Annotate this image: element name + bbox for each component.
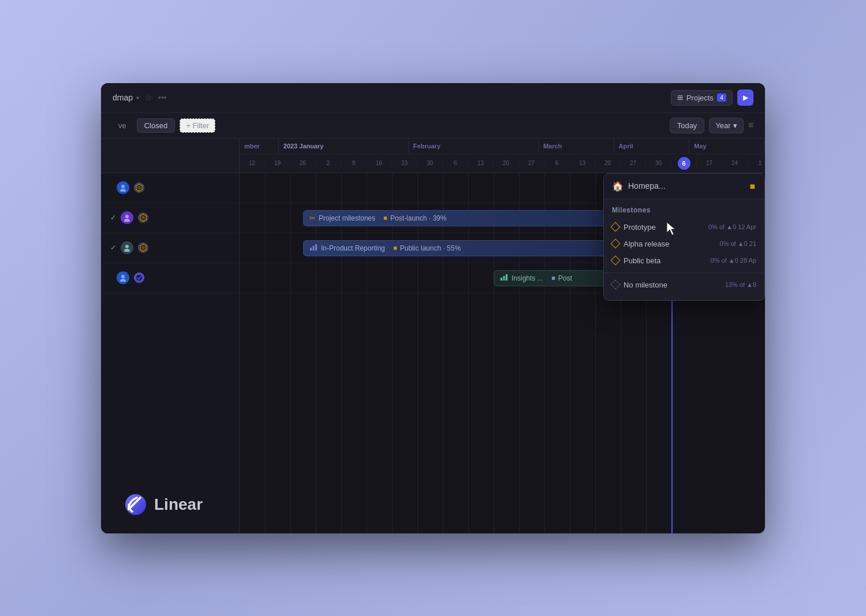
svg-point-5	[124, 219, 130, 222]
divider	[604, 272, 764, 273]
left-sidebar: ✓	[101, 173, 240, 533]
status-icon-1	[134, 182, 144, 193]
month-label-mar: March	[539, 139, 614, 154]
linear-logo-icon	[124, 493, 147, 516]
list-view-icon[interactable]: ≡	[748, 120, 753, 130]
month-label-may: May	[689, 139, 765, 154]
months-row: mber 2023 January February March April M…	[240, 139, 765, 155]
week-17: 17	[697, 160, 722, 166]
svg-rect-20	[506, 274, 507, 281]
check-icon-3: ✓	[110, 244, 116, 252]
week-20-mar: 20	[595, 160, 621, 166]
milestone-item-beta[interactable]: Public beta 0% of ▲0 28 Ap	[604, 252, 764, 269]
svg-rect-16	[313, 246, 315, 251]
svg-marker-3	[137, 186, 141, 190]
today-marker: 6	[678, 157, 690, 170]
year-button[interactable]: Year ▾	[709, 118, 743, 133]
months-weeks: mber 2023 January February March April M…	[240, 139, 765, 173]
header-title: dmap ▾	[113, 93, 139, 102]
user-avatar: ▶	[737, 89, 753, 106]
week-27-mar: 27	[621, 160, 646, 166]
diamond-small: ◆	[382, 214, 389, 222]
year-label: Year	[715, 121, 730, 130]
grid-icon: ⊞	[677, 94, 683, 102]
filter-button[interactable]: + Filter	[180, 118, 215, 133]
avatar-2	[121, 211, 133, 224]
hexagon-icon	[135, 183, 143, 192]
week-6-mar: 6	[544, 160, 570, 166]
week-2: 2	[316, 160, 341, 166]
svg-point-1	[120, 189, 126, 192]
week-12: 12	[240, 160, 265, 166]
insights-label: Insights ...	[512, 274, 543, 282]
header: dmap ▾ ☆ ••• ⊞ Projects 4 ▶	[101, 83, 765, 113]
milestone-diamond-1	[611, 222, 621, 232]
milestone-meta: ◆ Post-launch · 39%	[383, 214, 446, 222]
svg-rect-19	[503, 276, 505, 281]
svg-point-12	[121, 275, 125, 278]
svg-rect-17	[315, 244, 317, 251]
sidebar-row-4-content	[101, 263, 240, 293]
chevron-down-icon: ▾	[733, 121, 737, 130]
milestone-text: Post-launch · 39%	[390, 214, 446, 222]
month-label-jan: 2023 January	[279, 139, 409, 154]
week-27: 27	[519, 160, 544, 166]
svg-marker-11	[141, 246, 145, 250]
sidebar-row-3: ✓	[101, 233, 239, 263]
milestone-popup: 🏠 Homepa... ◆ Milestones Prototype 0% of…	[603, 173, 765, 301]
svg-marker-7	[141, 216, 145, 220]
spacer2	[110, 274, 112, 281]
person-icon	[119, 184, 127, 192]
spacer	[110, 184, 112, 191]
person-icon	[123, 214, 131, 222]
reporting-meta: ◆ Public launch · 55%	[393, 244, 461, 252]
header-actions: ⊞ Projects 4 ▶	[671, 89, 753, 106]
insights-chart-icon	[500, 273, 508, 283]
filter-label: + Filter	[186, 121, 209, 130]
popup-body: Milestones Prototype 0% of ▲0 12 Apr Alp…	[604, 199, 764, 300]
week-9: 9	[341, 160, 367, 166]
reporting-label: In-Product Reporting	[321, 244, 385, 252]
timeline-area: mber 2023 January February March April M…	[101, 139, 765, 533]
sidebar-row-2-content: ✓	[101, 203, 240, 233]
milestone-item-prototype[interactable]: Prototype 0% of ▲0 12 Apr	[604, 219, 764, 236]
milestone-item-none[interactable]: No milestone 13% of ▲8	[604, 277, 764, 293]
linear-logo: Linear	[124, 493, 203, 516]
milestone-meta-1: 0% of ▲0 12 Apr	[708, 223, 756, 230]
tab-active[interactable]: ve	[113, 119, 132, 132]
scissors-icon: ✂	[309, 214, 315, 222]
week-20: 20	[494, 160, 519, 166]
month-label-apr: April	[614, 139, 690, 154]
sidebar-row-2: ✓	[101, 203, 239, 233]
diamond-small-2: ◆	[391, 244, 399, 252]
status-icon-3	[138, 242, 148, 253]
sidebar-row-3-content: ✓	[101, 233, 240, 263]
svg-point-13	[120, 279, 126, 282]
chart-icon	[309, 243, 318, 253]
week-30: 30	[417, 160, 443, 166]
diamond-small-3: ◆	[550, 274, 557, 282]
milestone-item-alpha[interactable]: Alpha release 0% of ▲0 21	[604, 236, 764, 252]
more-options-icon[interactable]: •••	[158, 93, 167, 102]
person-icon	[119, 274, 127, 282]
milestone-name-4: No milestone	[624, 281, 721, 289]
status-icon-4	[134, 272, 144, 283]
svg-point-0	[121, 185, 125, 188]
rows-area: ✓	[101, 173, 765, 533]
projects-button[interactable]: ⊞ Projects 4	[671, 90, 733, 106]
app-window: dmap ▾ ☆ ••• ⊞ Projects 4 ▶ ve Closed + …	[101, 83, 765, 533]
star-icon[interactable]: ☆	[145, 93, 152, 102]
sidebar-row-1-content	[101, 173, 240, 203]
avatar-4	[117, 271, 129, 284]
milestone-meta-4: 13% of ▲8	[725, 281, 756, 288]
today-button[interactable]: Today	[670, 118, 705, 133]
milestone-diamond-2	[611, 239, 621, 249]
week-24: 24	[722, 160, 748, 166]
popup-title: Homepa...	[628, 181, 745, 191]
svg-rect-18	[501, 278, 502, 281]
milestone-diamond-4	[611, 280, 621, 290]
milestones-label: Project milestones	[319, 214, 375, 222]
tab-closed[interactable]: Closed	[137, 118, 175, 133]
logo-text: Linear	[154, 495, 203, 514]
milestone-diamond-3	[611, 256, 621, 266]
